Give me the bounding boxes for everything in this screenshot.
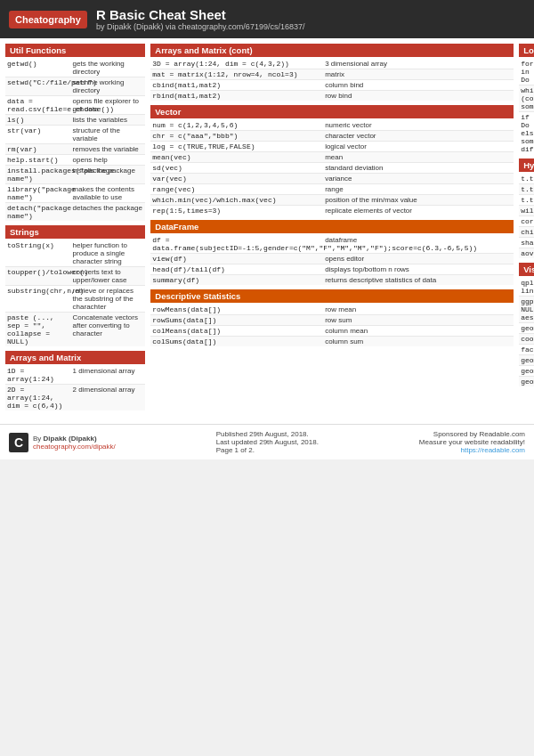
column-3: Loops for (variable in sequence){ Do som… bbox=[516, 44, 534, 415]
footer-author-info: By Dipakk (Dipakk) cheatography.com/dipa… bbox=[33, 435, 116, 451]
table-row: summary(df)returns descriptive statistic… bbox=[150, 275, 514, 285]
table-row: if (condition){ Do something } else { Do… bbox=[519, 112, 534, 154]
table-row: var(vec)variance bbox=[150, 174, 514, 184]
table-row: 2D = array(1:24, dim = c(6,4))2 dimensio… bbox=[5, 385, 145, 411]
footer-site[interactable]: cheatography.com/dipakk/ bbox=[33, 443, 116, 451]
table-row: chisq.test(data)Chi square test bbox=[519, 227, 534, 238]
table-row: geom_pointscatter plots bbox=[519, 377, 534, 386]
table-row: rowSums(data[])row sum bbox=[150, 315, 514, 326]
table-row: help.start()opens help bbox=[5, 155, 145, 166]
footer-by-label: By bbox=[33, 435, 41, 443]
table-row: log = c(TRUE,TRUE,FALSE)logical vector bbox=[150, 142, 514, 152]
table-row: aov()ANOVA bbox=[519, 248, 534, 258]
footer-left: C By Dipakk (Dipakk) cheatography.com/di… bbox=[9, 430, 116, 452]
footer-page: Page 1 of 2. bbox=[216, 446, 319, 454]
table-row: mean(vec)mean bbox=[150, 152, 514, 163]
table-row: for (variable in sequence){ Do something… bbox=[519, 59, 534, 85]
table-row: facet_grid()lay out panels in a grid bbox=[519, 345, 534, 355]
table-row: shapiro.test(data)Shapiro test bbox=[519, 238, 534, 248]
section-loops: Loops for (variable in sequence){ Do som… bbox=[519, 44, 534, 154]
header-subtitle: by Dipakk (Dipakk) via cheatography.com/… bbox=[96, 22, 304, 31]
table-row: qplot(data, line=TRUE,...)produces quant… bbox=[519, 278, 534, 297]
section-dataframe-header: DataFrame bbox=[150, 220, 514, 233]
column-2: Arrays and Matrix (cont) 3D = array(1:24… bbox=[148, 44, 516, 415]
table-row: cbind(mat1,mat2)column bind bbox=[150, 80, 514, 91]
footer-logo: C By Dipakk (Dipakk) cheatography.com/di… bbox=[9, 433, 116, 452]
header: Cheatography R Basic Cheat Sheet by Dipa… bbox=[0, 0, 534, 38]
section-hypothesis: Hypothesis t.test(data)1 sample t test t… bbox=[519, 159, 534, 258]
header-text: R Basic Cheat Sheet by Dipakk (Dipakk) v… bbox=[96, 7, 304, 31]
footer: C By Dipakk (Dipakk) cheatography.com/di… bbox=[0, 424, 534, 459]
table-row: rowMeans(data[])row mean bbox=[150, 305, 514, 315]
table-row: while (condition){ Do something }while l… bbox=[519, 85, 534, 112]
section-arrays-matrix-cont: Arrays and Matrix (cont) 3D = array(1:24… bbox=[150, 44, 514, 101]
table-row: ls()lists the variables bbox=[5, 115, 145, 126]
section-vector: Vector num = c(1,2,3,4,5,6)numeric vecto… bbox=[150, 105, 514, 215]
footer-sponsor-label: Sponsored by Readable.com bbox=[419, 430, 525, 438]
table-row: which.min(vec)/which.max(vec)position of… bbox=[150, 195, 514, 206]
table-row: coord_flip()flip x and y coordinates bbox=[519, 334, 534, 345]
section-arrays-matrix-cont-header: Arrays and Matrix (cont) bbox=[150, 44, 514, 57]
table-row: data = read.csv(file=e.choose())opens fi… bbox=[5, 96, 145, 115]
table-row: geom_densitydensity plot bbox=[519, 355, 534, 366]
content-area: Util Functions getwd()gets the working d… bbox=[0, 38, 534, 420]
table-row: colSums(data[])column sum bbox=[150, 337, 514, 346]
table-row: getwd()gets the working directory bbox=[5, 59, 145, 77]
table-row: substring(chr,n,n)retrieve or replaces t… bbox=[5, 286, 145, 313]
footer-updated: Last updated 29th August, 2018. bbox=[216, 438, 319, 446]
table-row: rep(1:5,times=3)replicate elements of ve… bbox=[150, 206, 514, 215]
table-row: cor.test(data1,data2)correlation test bbox=[519, 216, 534, 227]
section-arrays-matrix: Arrays and Matrix 1D = array(1:24)1 dime… bbox=[5, 351, 145, 411]
table-row: num = c(1,2,3,4,5,6)numeric vector bbox=[150, 120, 514, 131]
table-row: library("package name")makes the content… bbox=[5, 184, 145, 203]
table-row: t.test(data1,data2)2 sample t test bbox=[519, 184, 534, 195]
section-arrays-matrix-header: Arrays and Matrix bbox=[5, 351, 145, 364]
section-util-functions: Util Functions getwd()gets the working d… bbox=[5, 44, 145, 221]
table-row: geom_histhistogram bbox=[519, 366, 534, 377]
table-row: mat = matrix(1:12, nrow=4, ncol=3)matrix bbox=[150, 69, 514, 80]
footer-right: Sponsored by Readable.com Measure your w… bbox=[419, 430, 525, 454]
section-vector-header: Vector bbox=[150, 105, 514, 118]
table-row: toupper()/tolower()converts text to uppe… bbox=[5, 267, 145, 286]
table-row: str(var)structure of the variable bbox=[5, 126, 145, 144]
section-descriptive-stats: Descriptive Statistics rowMeans(data[])r… bbox=[150, 289, 514, 346]
column-1: Util Functions getwd()gets the working d… bbox=[5, 44, 148, 415]
section-strings-header: Strings bbox=[5, 225, 145, 239]
footer-center: Published 29th August, 2018. Last update… bbox=[216, 430, 319, 454]
footer-published: Published 29th August, 2018. bbox=[216, 430, 319, 438]
table-row: colMeans(data[])column mean bbox=[150, 326, 514, 337]
header-title: R Basic Cheat Sheet bbox=[96, 7, 304, 22]
table-row: 3D = array(1:24, dim = c(4,3,2))3 dimens… bbox=[150, 59, 514, 69]
footer-author-line: By Dipakk (Dipakk) bbox=[33, 435, 116, 443]
table-row: rbind(mat1,mat2)row bind bbox=[150, 91, 514, 101]
table-row: 1D = array(1:24)1 dimensional array bbox=[5, 366, 145, 385]
table-row: detach("package name")detaches the packa… bbox=[5, 203, 145, 221]
table-row: range(vec)range bbox=[150, 184, 514, 195]
section-visualization-header: Visualization bbox=[519, 263, 534, 276]
table-row: paste (..., sep = "", collapse = NULL)Co… bbox=[5, 313, 145, 346]
table-row: t.test(pre,post,paired=TRUE)paired sampl… bbox=[519, 195, 534, 206]
table-row: sd(vec)standard deviation bbox=[150, 163, 514, 174]
footer-author: Dipakk (Dipakk) bbox=[44, 435, 97, 443]
table-row: df = data.frame(subjectID=-1:5,gender=c(… bbox=[150, 235, 514, 254]
table-row: head(df)/tail(df)displays top/bottom n r… bbox=[150, 264, 514, 275]
table-row: geom_bar()bar graph bbox=[519, 323, 534, 334]
footer-sponsor-desc: Measure your website readability! bbox=[419, 438, 525, 446]
section-descriptive-stats-header: Descriptive Statistics bbox=[150, 289, 514, 303]
footer-sponsor-link[interactable]: https://readable.com bbox=[419, 446, 525, 454]
table-row: ggplot(data = NULL, mapping = aes(...))i… bbox=[519, 297, 534, 323]
section-visualization: Visualization qplot(data, line=TRUE,...)… bbox=[519, 263, 534, 386]
footer-c-logo: C bbox=[9, 433, 28, 452]
table-row: install.packages("package name")installs… bbox=[5, 166, 145, 184]
section-loops-header: Loops bbox=[519, 44, 534, 57]
table-row: toString(x)helper function to produce a … bbox=[5, 240, 145, 267]
page: Cheatography R Basic Cheat Sheet by Dipa… bbox=[0, 0, 534, 459]
table-row: wilcox.test(data)Wilcox test bbox=[519, 206, 534, 216]
section-dataframe: DataFrame df = data.frame(subjectID=-1:5… bbox=[150, 220, 514, 285]
section-util-functions-header: Util Functions bbox=[5, 44, 145, 57]
table-row: t.test(data)1 sample t test bbox=[519, 174, 534, 184]
logo: Cheatography bbox=[9, 11, 87, 28]
table-row: rm(var)removes the variable bbox=[5, 144, 145, 155]
table-row: setwd("C:/file/path")sets the working di… bbox=[5, 77, 145, 96]
section-strings: Strings toString(x)helper function to pr… bbox=[5, 225, 145, 346]
